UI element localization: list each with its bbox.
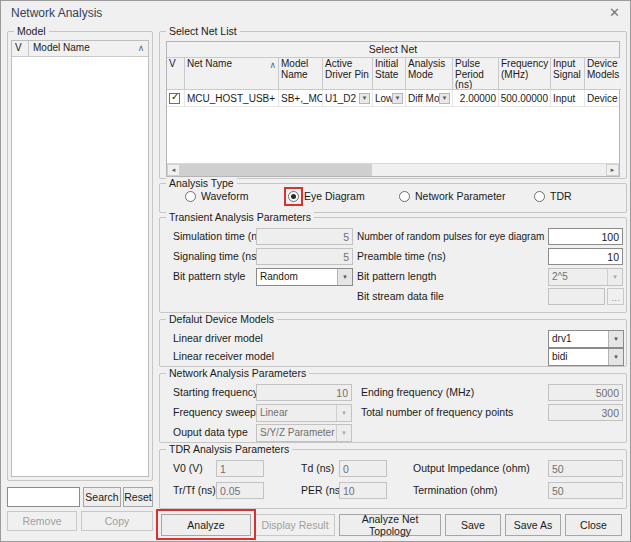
output-data-type-combo: S/Y/Z Parameter ▼ bbox=[256, 424, 352, 442]
col-initial-state[interactable]: Initial State bbox=[373, 58, 406, 90]
model-col-v[interactable]: V bbox=[12, 41, 29, 56]
eye-diagram-radio[interactable] bbox=[288, 191, 299, 202]
tr-tf-input bbox=[216, 482, 264, 499]
ending-frequency-label: Ending frequency (MHz) bbox=[361, 384, 474, 401]
scrollbar-thumb[interactable] bbox=[180, 164, 372, 176]
col-frequency[interactable]: Frequency (MHz) bbox=[499, 58, 551, 90]
dropdown-icon[interactable]: ▼ bbox=[337, 269, 352, 285]
termination-input bbox=[548, 482, 623, 499]
network-parameter-radio[interactable] bbox=[399, 191, 410, 202]
scroll-left-icon[interactable]: ◄ bbox=[167, 164, 180, 176]
analyze-button[interactable]: Analyze bbox=[161, 514, 251, 536]
dropdown-icon: ▼ bbox=[607, 269, 622, 285]
model-list-body[interactable] bbox=[12, 57, 148, 476]
tdr-radio[interactable] bbox=[534, 191, 545, 202]
tdr-radio-label[interactable]: TDR bbox=[550, 188, 572, 205]
eye-diagram-radio-label[interactable]: Eye Diagram bbox=[304, 188, 365, 205]
random-pulses-input[interactable] bbox=[548, 228, 623, 245]
window-title: Network Analysis bbox=[11, 6, 102, 20]
net-table-body[interactable] bbox=[167, 107, 619, 163]
model-list-header[interactable]: V Model Name ∧ bbox=[12, 41, 148, 57]
linear-driver-model-label: Linear driver model bbox=[173, 330, 263, 347]
net-table-row[interactable]: MCU_HOST_USB+ SB+,_MCl U1_D2 ▼ Low ▼ Dif… bbox=[167, 90, 619, 107]
analysis-mode-value: Diff Mo bbox=[408, 93, 439, 104]
reset-button[interactable]: Reset bbox=[123, 487, 153, 507]
bit-stream-file-input bbox=[548, 288, 605, 305]
td-label: Td (ns) bbox=[301, 460, 334, 477]
net-row-analysis-mode[interactable]: Diff Mo ▼ bbox=[406, 90, 453, 106]
model-col-name[interactable]: Model Name bbox=[29, 41, 134, 56]
net-row-model-name[interactable]: SB+,_MCl bbox=[279, 90, 323, 106]
output-data-type-label: Ouput data type bbox=[173, 424, 248, 441]
waveform-radio[interactable] bbox=[185, 191, 196, 202]
linear-driver-model-combo[interactable]: drv1 ▼ bbox=[548, 330, 624, 348]
bit-pattern-length-combo: 2^5 ▼ bbox=[548, 268, 623, 286]
search-button[interactable]: Search bbox=[83, 487, 121, 507]
net-row-checkbox[interactable] bbox=[169, 93, 180, 104]
total-frequency-points-input bbox=[548, 404, 623, 421]
termination-label: Termination (ohm) bbox=[413, 482, 498, 499]
v0-input bbox=[216, 460, 264, 477]
model-search-input[interactable] bbox=[7, 487, 80, 507]
dropdown-icon[interactable]: ▼ bbox=[608, 331, 623, 347]
dropdown-icon[interactable]: ▼ bbox=[608, 349, 623, 365]
dropdown-icon[interactable]: ▼ bbox=[359, 93, 370, 104]
sort-asc-icon[interactable]: ∧ bbox=[134, 41, 148, 56]
bit-pattern-style-value: Random bbox=[257, 269, 337, 285]
starting-frequency-input bbox=[256, 384, 352, 401]
initial-state-value: Low bbox=[375, 93, 392, 104]
col-active-driver-pin[interactable]: Active Driver Pin bbox=[323, 58, 373, 90]
linear-receiver-model-value: bidi bbox=[549, 349, 608, 365]
save-as-button[interactable]: Save As bbox=[505, 514, 561, 536]
transient-group-label: Transient Analysis Parameters bbox=[166, 211, 314, 223]
col-analysis-mode[interactable]: Analysis Mode bbox=[406, 58, 453, 90]
select-net-list-label: Select Net List bbox=[166, 25, 240, 37]
analyze-net-topology-button[interactable]: Analyze Net Topology bbox=[339, 514, 441, 536]
frequency-sweep-type-combo: Linear ▼ bbox=[256, 404, 352, 422]
random-pulses-label: Number of random pulses for eye diagram bbox=[357, 228, 544, 245]
linear-receiver-model-combo[interactable]: bidi ▼ bbox=[548, 348, 624, 366]
per-input bbox=[339, 482, 387, 499]
dropdown-icon[interactable]: ▼ bbox=[392, 93, 403, 104]
bit-pattern-style-combo[interactable]: Random ▼ bbox=[256, 268, 353, 286]
col-pulse-period[interactable]: Pulse Period (ns) bbox=[453, 58, 499, 90]
total-frequency-points-label: Total number of frequency points bbox=[361, 404, 513, 421]
horizontal-scrollbar[interactable]: ◄ ► bbox=[167, 163, 619, 176]
preamble-time-input[interactable] bbox=[548, 248, 623, 265]
v0-label: V0 (V) bbox=[173, 460, 203, 477]
net-row-check-cell[interactable] bbox=[167, 90, 185, 106]
dropdown-icon: ▼ bbox=[336, 425, 351, 441]
net-row-frequency[interactable]: 500.00000 bbox=[499, 90, 551, 106]
net-row-active-driver-pin[interactable]: U1_D2 ▼ bbox=[323, 90, 373, 106]
waveform-radio-label[interactable]: Waveform bbox=[201, 188, 248, 205]
close-icon[interactable]: ✕ bbox=[609, 5, 620, 20]
copy-button: Copy bbox=[81, 511, 153, 531]
save-button[interactable]: Save bbox=[445, 514, 501, 536]
network-parameter-radio-label[interactable]: Network Parameter bbox=[415, 188, 505, 205]
col-device-models[interactable]: Device Models bbox=[585, 58, 621, 90]
net-row-net-name[interactable]: MCU_HOST_USB+ bbox=[185, 90, 279, 106]
net-row-device-models[interactable]: Device bbox=[585, 90, 621, 106]
linear-receiver-model-label: Linear receiver model bbox=[173, 348, 274, 365]
network-analysis-dialog: Network Analysis ✕ Model V Model Name ∧ … bbox=[0, 0, 631, 542]
net-row-initial-state[interactable]: Low ▼ bbox=[373, 90, 406, 106]
net-table-header: V Net Name ∧ Model Name Active Driver Pi… bbox=[167, 58, 619, 90]
bit-stream-file-label: Bit stream data file bbox=[357, 288, 444, 305]
tdr-group: TDR Analysis Parameters bbox=[159, 449, 627, 509]
dropdown-icon[interactable]: ▼ bbox=[439, 93, 450, 104]
network-params-group-label: Network Analysis Parameters bbox=[166, 367, 309, 379]
col-model-name[interactable]: Model Name bbox=[279, 58, 323, 90]
col-v[interactable]: V bbox=[167, 58, 185, 90]
simulation-time-input bbox=[256, 228, 353, 245]
col-net-name[interactable]: Net Name ∧ bbox=[185, 58, 279, 90]
net-row-pulse-period[interactable]: 2.00000 bbox=[453, 90, 499, 106]
scroll-right-icon[interactable]: ► bbox=[606, 164, 619, 176]
browse-button: ... bbox=[607, 288, 624, 305]
col-input-signal[interactable]: Input Signal bbox=[551, 58, 585, 90]
titlebar: Network Analysis ✕ bbox=[1, 1, 630, 25]
remove-button: Remove bbox=[7, 511, 77, 531]
close-button[interactable]: Close bbox=[565, 514, 622, 536]
net-row-input-signal[interactable]: Input bbox=[551, 90, 585, 106]
scrollbar-track[interactable] bbox=[180, 164, 606, 176]
net-table-title: Select Net bbox=[167, 42, 619, 58]
